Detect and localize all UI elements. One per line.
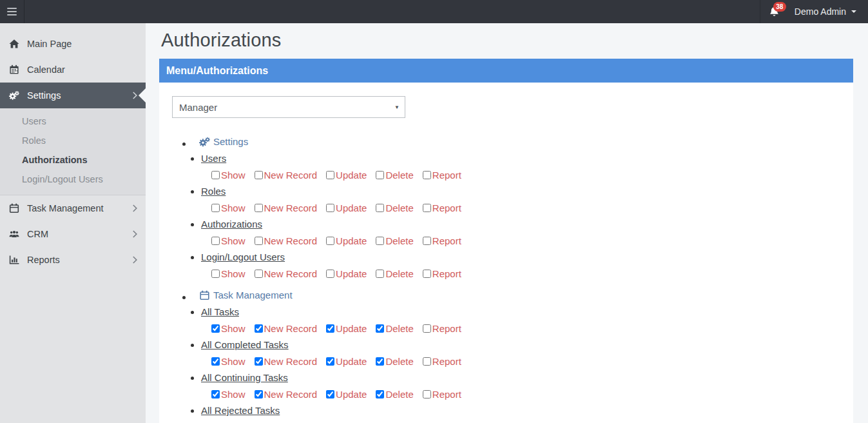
sidebar-subitem-authorizations[interactable]: Authorizations bbox=[0, 150, 146, 170]
checkbox-update[interactable] bbox=[326, 237, 334, 245]
checkbox-delete[interactable] bbox=[376, 171, 384, 179]
checkbox-update[interactable] bbox=[326, 270, 334, 278]
perm-checkbox[interactable]: Report bbox=[423, 235, 461, 246]
perm-checkbox[interactable]: New Record bbox=[255, 268, 318, 279]
sidebar-item-label: CRM bbox=[27, 229, 48, 239]
checkbox-report[interactable] bbox=[423, 324, 431, 333]
perm-checkbox[interactable]: Update bbox=[326, 235, 367, 246]
perm-checkbox[interactable]: New Record bbox=[255, 389, 318, 400]
home-icon bbox=[6, 39, 22, 49]
sidebar-item-main-page[interactable]: Main Page bbox=[0, 31, 146, 57]
perm-checkbox[interactable]: Delete bbox=[376, 235, 413, 246]
checkbox-new-record[interactable] bbox=[255, 171, 263, 179]
perm-checkbox[interactable]: Delete bbox=[376, 389, 413, 400]
perm-checkbox[interactable]: Update bbox=[326, 170, 367, 181]
sidebar-item-reports[interactable]: Reports bbox=[0, 247, 146, 273]
user-menu-button[interactable]: Demo Admin bbox=[788, 0, 868, 23]
checkbox-new-record[interactable] bbox=[255, 237, 263, 245]
perm-checkbox[interactable]: Update bbox=[326, 356, 367, 367]
checkbox-show[interactable] bbox=[211, 171, 220, 179]
perm-item-link[interactable]: All Rejected Tasks bbox=[201, 405, 280, 416]
perm-checkbox[interactable]: Report bbox=[423, 170, 461, 181]
perm-checkbox[interactable]: Delete bbox=[376, 170, 413, 181]
checkbox-report[interactable] bbox=[423, 237, 431, 245]
notifications-button[interactable]: 38 bbox=[760, 0, 788, 23]
perm-checkbox[interactable]: Delete bbox=[376, 202, 413, 213]
checkbox-delete[interactable] bbox=[376, 270, 384, 278]
sidebar-toggle-button[interactable] bbox=[0, 0, 24, 23]
checkbox-delete[interactable] bbox=[376, 390, 384, 398]
checkbox-delete[interactable] bbox=[376, 204, 384, 212]
perm-checkbox[interactable]: Show bbox=[211, 323, 246, 334]
checkbox-show[interactable] bbox=[211, 270, 220, 278]
perm-checkbox[interactable]: Show bbox=[211, 268, 246, 279]
checkbox-delete[interactable] bbox=[376, 324, 384, 333]
perm-item-link[interactable]: Login/Logout Users bbox=[201, 251, 285, 262]
checkbox-report[interactable] bbox=[423, 204, 431, 212]
perm-group-link[interactable]: Task Management bbox=[213, 288, 293, 302]
perm-checkbox[interactable]: Show bbox=[211, 356, 246, 367]
perm-checkbox[interactable]: New Record bbox=[255, 323, 318, 334]
checkbox-delete[interactable] bbox=[376, 237, 384, 245]
checkbox-report[interactable] bbox=[423, 171, 431, 179]
perm-checkbox[interactable]: Report bbox=[423, 356, 461, 367]
checkbox-update[interactable] bbox=[326, 171, 334, 179]
checkbox-update[interactable] bbox=[326, 324, 334, 333]
sidebar-subitem-users[interactable]: Users bbox=[0, 112, 146, 131]
checkbox-new-record[interactable] bbox=[255, 390, 263, 398]
perm-checkbox[interactable]: Update bbox=[326, 202, 367, 213]
perm-checkbox[interactable]: Update bbox=[326, 268, 367, 279]
perm-checkbox[interactable]: New Record bbox=[255, 356, 318, 367]
checkbox-show[interactable] bbox=[211, 357, 220, 366]
checkbox-new-record[interactable] bbox=[255, 357, 263, 366]
perm-checkbox-row: ShowNew RecordUpdateDeleteReport bbox=[211, 321, 840, 335]
perm-checkbox[interactable]: Delete bbox=[376, 323, 413, 334]
checkbox-report[interactable] bbox=[423, 270, 431, 278]
role-select[interactable]: Manager bbox=[172, 96, 405, 118]
sidebar-item-task-management[interactable]: Task Management bbox=[0, 195, 146, 221]
checkbox-show[interactable] bbox=[211, 204, 220, 212]
panel-body: Manager ▼ SettingsUsersShowNew RecordUpd… bbox=[159, 83, 853, 423]
checkbox-report[interactable] bbox=[423, 357, 431, 366]
perm-item-link[interactable]: All Tasks bbox=[201, 306, 239, 317]
sidebar-subitem-login-logout-users[interactable]: Login/Logout Users bbox=[0, 170, 146, 189]
checkbox-new-record[interactable] bbox=[255, 204, 263, 212]
perm-checkbox[interactable]: Show bbox=[211, 170, 246, 181]
checkbox-update[interactable] bbox=[326, 204, 334, 212]
perm-checkbox[interactable]: Show bbox=[211, 389, 246, 400]
checkbox-show[interactable] bbox=[211, 324, 220, 333]
sidebar-item-calendar[interactable]: Calendar bbox=[0, 57, 146, 83]
perm-checkbox[interactable]: Show bbox=[211, 235, 246, 246]
perm-item-link[interactable]: Roles bbox=[201, 186, 226, 197]
perm-checkbox[interactable]: Report bbox=[423, 268, 461, 279]
sidebar-item-settings[interactable]: Settings bbox=[0, 83, 146, 108]
perm-checkbox[interactable]: Report bbox=[423, 389, 461, 400]
checkbox-delete[interactable] bbox=[376, 357, 384, 366]
perm-item-link[interactable]: Authorizations bbox=[201, 219, 262, 230]
perm-item-link[interactable]: Users bbox=[201, 153, 226, 164]
sidebar-subitem-roles[interactable]: Roles bbox=[0, 131, 146, 150]
checkbox-report[interactable] bbox=[423, 390, 431, 398]
perm-checkbox[interactable]: New Record bbox=[255, 235, 318, 246]
perm-checkbox[interactable]: Update bbox=[326, 389, 367, 400]
perm-checkbox[interactable]: Delete bbox=[376, 356, 413, 367]
perm-item-link[interactable]: All Completed Tasks bbox=[201, 339, 289, 350]
sidebar-item-crm[interactable]: CRM bbox=[0, 221, 146, 247]
checkbox-new-record[interactable] bbox=[255, 324, 263, 333]
perm-action-label: Update bbox=[336, 323, 367, 334]
checkbox-update[interactable] bbox=[326, 357, 334, 366]
checkbox-show[interactable] bbox=[211, 390, 220, 398]
perm-checkbox[interactable]: Report bbox=[423, 323, 461, 334]
perm-group-link[interactable]: Settings bbox=[213, 135, 248, 148]
perm-item-link[interactable]: All Continuing Tasks bbox=[201, 372, 288, 383]
checkbox-new-record[interactable] bbox=[255, 270, 263, 278]
perm-checkbox-row: ShowNew RecordUpdateDeleteReport bbox=[211, 387, 840, 401]
perm-checkbox[interactable]: New Record bbox=[255, 202, 318, 213]
perm-checkbox[interactable]: Show bbox=[211, 202, 246, 213]
perm-checkbox[interactable]: Update bbox=[326, 323, 367, 334]
perm-checkbox[interactable]: Delete bbox=[376, 268, 413, 279]
perm-checkbox[interactable]: New Record bbox=[255, 170, 318, 181]
perm-checkbox[interactable]: Report bbox=[423, 202, 461, 213]
checkbox-show[interactable] bbox=[211, 237, 220, 245]
checkbox-update[interactable] bbox=[326, 390, 334, 398]
